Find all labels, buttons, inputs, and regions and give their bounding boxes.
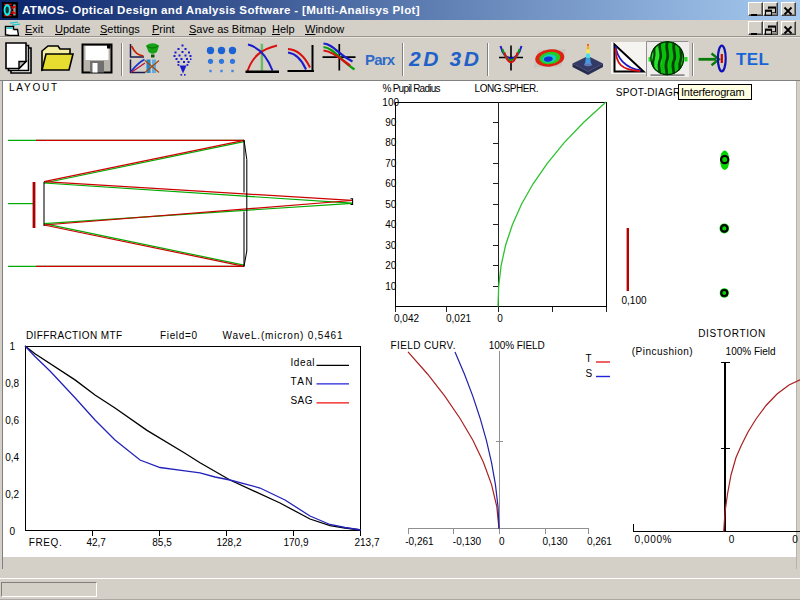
- svg-text:SAG: SAG: [291, 395, 313, 406]
- svg-text:TEL: TEL: [736, 50, 769, 69]
- svg-text:213,7: 213,7: [354, 537, 379, 548]
- svg-text:1: 1: [9, 341, 15, 352]
- svg-text:Parx: Parx: [365, 51, 396, 68]
- svg-text:0,042: 0,042: [394, 313, 419, 324]
- svg-text:T: T: [586, 353, 592, 364]
- svg-text:0: 0: [9, 526, 15, 537]
- svg-text:0: 0: [499, 536, 505, 547]
- svg-text:S: S: [586, 368, 593, 379]
- svg-text:170,9: 170,9: [283, 537, 308, 548]
- svg-text:Field=0: Field=0: [160, 330, 197, 341]
- svg-text:50: 50: [385, 199, 397, 210]
- svg-text:0,8: 0,8: [5, 378, 19, 389]
- svg-text:100: 100: [382, 97, 399, 108]
- svg-text:LAYOUT: LAYOUT: [9, 82, 57, 93]
- svg-text:% Pupil Radius: % Pupil Radius: [383, 83, 441, 94]
- svg-text:TAN: TAN: [291, 376, 313, 387]
- svg-text:42,7: 42,7: [86, 537, 106, 548]
- svg-text:100% Field: 100% Field: [726, 346, 776, 357]
- svg-text:70: 70: [385, 158, 397, 169]
- svg-text:0,100: 0,100: [622, 295, 647, 306]
- svg-text:90: 90: [385, 117, 397, 128]
- svg-text:LONG.SPHER.: LONG.SPHER.: [475, 83, 539, 94]
- svg-text:0: 0: [497, 313, 503, 324]
- svg-text:40: 40: [385, 219, 397, 230]
- svg-text:60: 60: [385, 178, 397, 189]
- svg-text:100% FIELD: 100% FIELD: [489, 340, 545, 351]
- svg-text:0: 0: [729, 534, 735, 545]
- svg-text:2D 3D: 2D 3D: [408, 47, 479, 70]
- svg-text:0,261: 0,261: [587, 536, 612, 547]
- svg-text:Ideal: Ideal: [291, 357, 315, 368]
- svg-text:0,4: 0,4: [5, 452, 19, 463]
- svg-text:(Pincushion): (Pincushion): [632, 346, 693, 357]
- svg-text:0,2: 0,2: [5, 489, 19, 500]
- svg-text:80: 80: [385, 137, 397, 148]
- svg-text:10: 10: [385, 281, 397, 292]
- svg-text:DISTORTION: DISTORTION: [698, 328, 765, 339]
- svg-text:85,5: 85,5: [152, 537, 172, 548]
- svg-text:30: 30: [385, 240, 397, 251]
- svg-text:WaveL.(micron) 0,5461: WaveL.(micron) 0,5461: [223, 330, 343, 341]
- svg-text:0,6: 0,6: [5, 415, 19, 426]
- svg-text:128,2: 128,2: [216, 537, 241, 548]
- svg-text:0,021: 0,021: [446, 313, 471, 324]
- svg-text:-0,130: -0,130: [453, 536, 482, 547]
- svg-text:0: 0: [792, 534, 798, 545]
- svg-text:DIFFRACTION MTF: DIFFRACTION MTF: [26, 330, 122, 341]
- svg-text:-0,261: -0,261: [405, 536, 434, 547]
- svg-text:0,130: 0,130: [542, 536, 567, 547]
- svg-text:0,000%: 0,000%: [635, 534, 672, 545]
- svg-text:FIELD CURV.: FIELD CURV.: [391, 340, 456, 351]
- svg-text:FREQ.: FREQ.: [29, 537, 62, 548]
- svg-text:20: 20: [385, 260, 397, 271]
